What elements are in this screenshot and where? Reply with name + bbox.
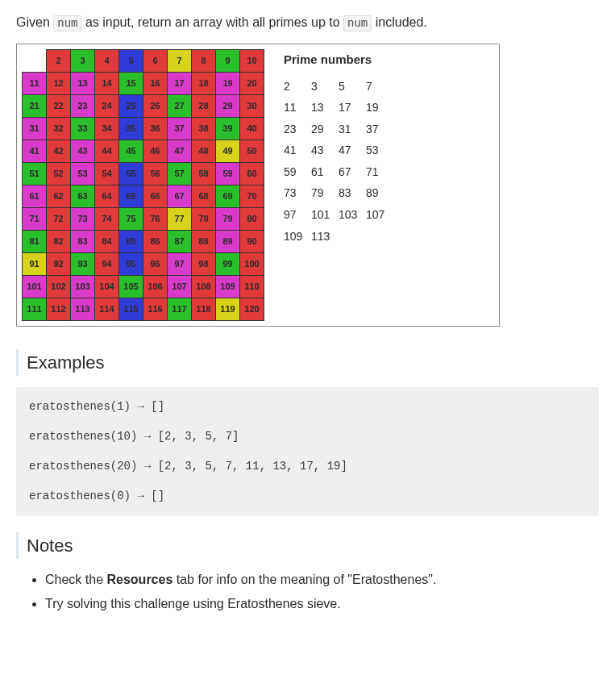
prime-list: 2357111317192329313741434753596167717379… [284,76,393,248]
sieve-cell: 93 [71,253,95,276]
sieve-cell: 17 [168,73,192,95]
sieve-cell: 107 [168,276,192,298]
prime-value [339,226,366,248]
sieve-cell: 42 [47,140,71,163]
notes-heading: Notes [16,532,599,559]
sieve-cell: 19 [216,73,240,95]
sieve-cell: 20 [240,73,264,95]
sieve-cell: 2 [47,50,71,73]
note-text: tab for info on the meaning of "Eratosth… [172,573,436,586]
sieve-cell: 97 [168,253,192,276]
problem-prompt: Given num as input, return an array with… [16,13,599,32]
sieve-cell: 62 [47,185,71,208]
sieve-cell: 49 [216,140,240,163]
sieve-cell: 72 [47,208,71,231]
sieve-cell: 53 [71,163,95,185]
sieve-cell: 37 [168,118,192,140]
prime-list-row: 97101103107 [284,204,393,226]
sieve-cell: 92 [47,253,71,276]
sieve-cell: 117 [168,298,192,321]
sieve-cell: 95 [119,253,143,276]
sieve-cell: 96 [143,253,168,276]
sieve-cell: 4 [95,50,119,73]
sieve-cell: 83 [71,231,95,253]
sieve-cell: 32 [47,118,71,140]
sieve-cell: 109 [216,276,240,298]
sieve-cell: 40 [240,118,264,140]
prime-list-row: 2357 [284,76,393,98]
sieve-cell: 58 [192,163,216,185]
note-bold: Resources [106,573,172,586]
sieve-cell: 10 [240,50,264,73]
note-text: Check the [45,573,106,586]
sieve-cell: 111 [23,298,47,321]
sieve-cell: 14 [95,73,119,95]
note-item: Try solving this challenge using Eratost… [45,594,599,614]
sieve-figure: 2345678910111213141516171819202122232425… [16,44,500,327]
sieve-cell: 59 [216,163,240,185]
prime-value: 97 [284,204,311,226]
sieve-cell: 47 [168,140,192,163]
sieve-cell: 116 [143,298,168,321]
sieve-cell: 21 [23,95,47,118]
sieve-cell: 104 [95,276,119,298]
sieve-cell: 102 [47,276,71,298]
sieve-cell: 57 [168,163,192,185]
prime-value: 37 [366,119,393,140]
sieve-cell: 60 [240,163,264,185]
prime-value: 11 [284,97,311,119]
sieve-cell: 64 [95,185,119,208]
prime-value: 53 [366,140,393,161]
sieve-cell: 103 [71,276,95,298]
prime-list-row: 41434753 [284,140,393,161]
sieve-cell: 22 [47,95,71,118]
sieve-cell: 61 [23,185,47,208]
sieve-cell: 90 [240,231,264,253]
sieve-cell: 115 [119,298,143,321]
prime-value: 23 [284,119,311,140]
prime-value: 113 [311,226,339,248]
sieve-grid: 2345678910111213141516171819202122232425… [22,49,264,321]
sieve-cell: 43 [71,140,95,163]
sieve-cell: 79 [216,208,240,231]
note-text: Try solving this challenge using Eratost… [45,597,341,610]
inline-code-num-2: num [343,15,372,31]
sieve-cell: 52 [47,163,71,185]
sieve-cell: 76 [143,208,168,231]
sieve-cell: 114 [95,298,119,321]
sieve-cell: 120 [240,298,264,321]
prime-value: 73 [284,182,311,204]
sieve-cell: 5 [119,50,143,73]
sieve-cell: 16 [143,73,168,95]
prime-list-row: 11131719 [284,97,393,119]
sieve-cell: 68 [192,185,216,208]
sieve-cell: 54 [95,163,119,185]
prompt-text-after: included. [372,15,427,29]
sieve-cell: 46 [143,140,168,163]
sieve-cell: 3 [71,50,95,73]
sieve-cell: 84 [95,231,119,253]
sieve-cell: 45 [119,140,143,163]
prime-value: 79 [311,182,339,204]
sieve-cell: 18 [192,73,216,95]
sieve-cell: 77 [168,208,192,231]
prime-value: 89 [366,182,393,204]
sieve-cell: 26 [143,95,168,118]
prime-list-row: 109113 [284,226,393,248]
prime-value: 3 [311,76,339,98]
sieve-cell: 56 [143,163,168,185]
sieve-cell: 98 [192,253,216,276]
sieve-cell: 70 [240,185,264,208]
example-line: eratosthenes(1) → [] [29,398,586,415]
prime-value: 13 [311,97,339,119]
sieve-cell: 12 [47,73,71,95]
prime-list-row: 23293137 [284,119,393,140]
sieve-cell: 105 [119,276,143,298]
prime-list-row: 73798389 [284,182,393,204]
prime-value: 67 [339,161,366,183]
notes-list: Check the Resources tab for info on the … [16,570,599,614]
sieve-cell: 73 [71,208,95,231]
prime-value: 47 [339,140,366,161]
sieve-grid-container: 2345678910111213141516171819202122232425… [17,44,269,326]
sieve-cell: 9 [216,50,240,73]
